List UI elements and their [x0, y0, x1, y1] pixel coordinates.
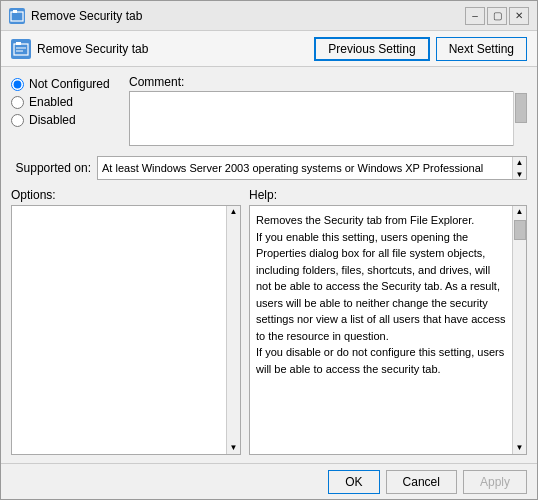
next-setting-button[interactable]: Next Setting: [436, 37, 527, 61]
comment-textarea[interactable]: [129, 91, 527, 146]
supported-label: Supported on:: [11, 161, 91, 175]
help-scroll-up[interactable]: ▲: [513, 206, 526, 218]
radio-enabled[interactable]: Enabled: [11, 95, 121, 109]
title-bar-left: Remove Security tab: [9, 8, 142, 24]
help-scroll-thumb: [514, 220, 526, 240]
comment-textarea-wrapper: [129, 91, 527, 146]
radio-not-configured-label: Not Configured: [29, 77, 110, 91]
help-content-wrapper: Removes the Security tab from File Explo…: [249, 205, 527, 455]
radio-not-configured[interactable]: Not Configured: [11, 77, 121, 91]
supported-scroll-down[interactable]: ▼: [513, 169, 526, 181]
svg-rect-1: [13, 10, 17, 13]
ok-button[interactable]: OK: [328, 470, 379, 494]
comment-scrollbar[interactable]: [513, 91, 527, 146]
options-scroll-down[interactable]: ▼: [227, 442, 240, 454]
window-title: Remove Security tab: [31, 9, 142, 23]
options-scrollbar[interactable]: ▲ ▼: [226, 206, 240, 454]
help-scroll-down[interactable]: ▼: [513, 442, 526, 454]
close-button[interactable]: ✕: [509, 7, 529, 25]
help-para-2: If you disable or do not configure this …: [256, 344, 506, 377]
main-window: Remove Security tab – ▢ ✕ Remove Securit…: [0, 0, 538, 500]
previous-setting-button[interactable]: Previous Setting: [314, 37, 429, 61]
footer: OK Cancel Apply: [1, 463, 537, 499]
title-bar-controls: – ▢ ✕: [465, 7, 529, 25]
comment-scrollbar-thumb: [515, 93, 527, 123]
top-section: Not Configured Enabled Disabled Comment:: [11, 75, 527, 146]
svg-rect-0: [11, 12, 23, 21]
maximize-button[interactable]: ▢: [487, 7, 507, 25]
help-para-0: Removes the Security tab from File Explo…: [256, 212, 506, 229]
options-scroll-track: [227, 218, 240, 442]
minimize-button[interactable]: –: [465, 7, 485, 25]
help-content: Removes the Security tab from File Explo…: [250, 206, 512, 454]
svg-rect-2: [14, 44, 28, 55]
help-scroll-track: [513, 218, 526, 442]
options-scroll-up[interactable]: ▲: [227, 206, 240, 218]
options-box: Options: ▲ ▼: [11, 188, 241, 455]
apply-button[interactable]: Apply: [463, 470, 527, 494]
radio-not-configured-input[interactable]: [11, 78, 24, 91]
options-label: Options:: [11, 188, 241, 202]
help-scrollbar[interactable]: ▲ ▼: [512, 206, 526, 454]
header-title: Remove Security tab: [37, 42, 148, 56]
radio-disabled[interactable]: Disabled: [11, 113, 121, 127]
cancel-button[interactable]: Cancel: [386, 470, 457, 494]
supported-section: Supported on: At least Windows Server 20…: [11, 156, 527, 180]
comment-label: Comment:: [129, 75, 527, 89]
header-buttons: Previous Setting Next Setting: [314, 37, 527, 61]
window-icon: [9, 8, 25, 24]
help-box: Help: Removes the Security tab from File…: [249, 188, 527, 455]
supported-value-box: At least Windows Server 2003 operating s…: [97, 156, 527, 180]
radio-enabled-label: Enabled: [29, 95, 73, 109]
help-label: Help:: [249, 188, 527, 202]
bottom-section: Options: ▲ ▼ Help: Removes the Security …: [11, 188, 527, 455]
supported-scroll-up[interactable]: ▲: [513, 157, 526, 169]
svg-rect-3: [16, 42, 21, 45]
content-area: Not Configured Enabled Disabled Comment:: [1, 67, 537, 463]
header-icon: [11, 39, 31, 59]
title-bar: Remove Security tab – ▢ ✕: [1, 1, 537, 31]
radio-disabled-input[interactable]: [11, 114, 24, 127]
supported-scrollbar[interactable]: ▲ ▼: [512, 157, 526, 179]
comment-section: Comment:: [129, 75, 527, 146]
options-content: ▲ ▼: [11, 205, 241, 455]
supported-value-text: At least Windows Server 2003 operating s…: [102, 162, 522, 174]
header-bar: Remove Security tab Previous Setting Nex…: [1, 31, 537, 67]
radio-disabled-label: Disabled: [29, 113, 76, 127]
radio-group: Not Configured Enabled Disabled: [11, 75, 121, 127]
help-para-1: If you enable this setting, users openin…: [256, 229, 506, 345]
radio-enabled-input[interactable]: [11, 96, 24, 109]
